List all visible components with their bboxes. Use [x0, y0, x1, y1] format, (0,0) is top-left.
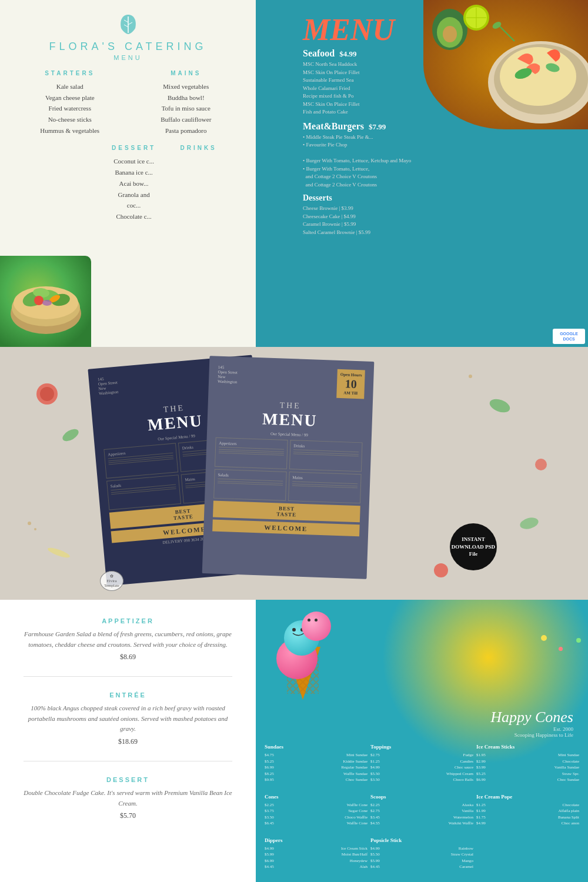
teal-menu-title: MENU: [303, 15, 576, 45]
svg-point-35: [28, 522, 31, 525]
floras-starters-label: STARTERS: [15, 70, 125, 76]
floras-starter-1: Kale salad: [15, 81, 125, 92]
teal-desserts-label: Desserts: [303, 193, 332, 202]
sundae-item-4: $8.25Waffle Sundae: [265, 771, 368, 777]
cone-item-3: $3.50Choco Waffle: [265, 814, 368, 821]
sundae-item-1: $4.75Mini Sundae: [265, 752, 368, 759]
svg-point-33: [434, 563, 448, 577]
entree-section: ENTRÉE 100% black Angus chopped steak co…: [24, 691, 232, 746]
happy-cones-title: Happy Cones: [265, 709, 579, 726]
floras-dessert-2: Banana ice c...: [112, 167, 156, 178]
floras-leaf-icon: [15, 12, 241, 38]
dippers-label: Dippers: [265, 837, 368, 843]
cones-label: Cones: [265, 794, 368, 800]
appetizer-card: APPETIZER Farmhouse Garden Salad a blend…: [0, 600, 256, 882]
floras-drinks-label: DRINKS: [156, 145, 241, 151]
svg-point-36: [34, 528, 36, 530]
teal-burgers-price: $7.99: [369, 122, 386, 132]
topping-item-4: $5.50Whipped Cream: [370, 771, 473, 777]
bottom-middle-row: APPETIZER Farmhouse Garden Salad a blend…: [0, 600, 588, 882]
dipper-item-1: $4.99Ice Cream Stick: [265, 846, 368, 852]
teal-seafood-items: MSC North Sea Haddock MSC Skin On Plaice…: [303, 61, 576, 116]
scoop-item-3: $3.45Watermelon: [370, 814, 473, 821]
scoop-item-4: $4.55Waikiki Waffle: [370, 820, 473, 827]
teal-seafood-label: Seafood: [303, 48, 335, 59]
popsicle-item-4: $4.45Caramel: [370, 864, 473, 870]
svg-point-34: [535, 459, 547, 470]
floras-main-4: Buffalo cauliflower: [131, 114, 242, 125]
template-box-r3: Salads: [213, 469, 287, 501]
template-header-right: 145Open StreetNewWashington Open Hours10…: [217, 365, 365, 399]
stick-item-5: $6.99Choc Sundae: [476, 777, 579, 783]
template-address-right: 145Open StreetNewWashington: [218, 365, 238, 385]
floras-main-5: Pasta pomadoro: [131, 125, 242, 136]
template-open-hours-right: Open Hours10AM Till: [336, 369, 365, 399]
dessert-desc: Double Chocolate Fudge Cake. It's served…: [24, 788, 232, 808]
floras-main-2: Buddha bowl!: [131, 92, 242, 103]
teal-burger-items: • Middle Steak Pie Steak Pie &... • Favo…: [303, 133, 576, 189]
teal-burgers-section: Meat&Burgers $7.99 • Middle Steak Pie St…: [303, 121, 576, 189]
teal-seafood-price: $4.99: [339, 49, 356, 59]
svg-point-29: [40, 387, 54, 401]
stick-item-1: $1.95Mini Sundae: [476, 752, 579, 759]
template-best-taste-right: BESTTASTE: [213, 501, 360, 523]
popsicle-item-1: $4.99Rainbow: [370, 846, 473, 852]
template-box-r2: Drinks: [289, 440, 363, 472]
stick-item-3: $3.99Vanilla Sundae: [476, 764, 579, 771]
happy-cones-menu: Sundaes $4.75Mini Sundae $5.25Kiddie Sun…: [265, 744, 579, 870]
toppings-col: Toppings $2.75Fudge $1.25Candies $4.99Ch…: [370, 744, 473, 870]
floras-subtitle: MENU: [15, 54, 241, 61]
sundae-item-5: $9.95Choc Sundae: [265, 777, 368, 783]
svg-point-38: [46, 546, 71, 559]
floras-starter-4: No-cheese sticks: [15, 114, 125, 125]
floras-mains-section: MAINS Mixed vegetables Buddha bowl! Tofu…: [131, 70, 242, 136]
scoop-item-2: $2.75Vanilla: [370, 808, 473, 814]
floras-mains-label: MAINS: [131, 70, 242, 76]
dessert-section: DESSERT Double Chocolate Fudge Cake. It'…: [24, 776, 232, 820]
pope-item-3: $1.75Banana Split: [476, 814, 579, 821]
teal-menu-card: MENU Seafood $4.99 MSC North Sea Haddock…: [256, 0, 588, 347]
appetizer-section: APPETIZER Farmhouse Garden Salad a blend…: [24, 617, 232, 662]
svg-point-30: [61, 427, 81, 444]
happy-cones-tagline: Scooping Happiness to Life: [265, 732, 579, 738]
instant-download-badge: INSTANT DOWNLOAD PSD File: [450, 523, 497, 570]
stick-item-4: $5.25Straw Spr.: [476, 771, 579, 777]
entree-price: $18.69: [24, 737, 232, 746]
dessert-price: $5.70: [24, 811, 232, 820]
teal-desserts-section: Desserts Cheese Brownie | $3.99 Cheeseca…: [303, 193, 576, 236]
elvira-logo: ✿ElviraTemplate: [100, 571, 123, 591]
ice-cream-graphic: [268, 606, 338, 700]
dessert-label: DESSERT: [24, 776, 232, 783]
floras-starter-3: Fried watercress: [15, 103, 125, 114]
svg-point-11: [34, 296, 44, 305]
template-box-r4: Mains: [288, 472, 362, 503]
template-welcome-right: WELCOME: [212, 520, 360, 537]
appetizer-label: APPETIZER: [24, 617, 232, 624]
floras-starter-5: Hummus & vegetables: [15, 125, 125, 136]
google-docs-label: GOOGLEDOCS: [560, 332, 578, 341]
dipper-item-4: $4.45Alah: [265, 864, 368, 870]
dipper-item-3: $6.99Honeydew: [265, 858, 368, 864]
floras-dessert-4: Granola and coc...: [112, 189, 156, 211]
template-address: 145Open StreetNewWashington: [98, 376, 119, 396]
sundaes-col: Sundaes $4.75Mini Sundae $5.25Kiddie Sun…: [265, 744, 368, 870]
floras-dessert-drinks: DESSERT Coconut ice c... Banana ice c...…: [15, 145, 241, 222]
entree-label: ENTRÉE: [24, 691, 232, 699]
floras-dessert-3: Acai bow...: [112, 178, 156, 189]
happy-cones-card: Happy Cones Est. 2000 Scooping Happiness…: [256, 600, 588, 882]
menu-templates-section: 145Open StreetNewWashington Open Hours10…: [0, 347, 588, 600]
floras-starters-section: STARTERS Kale salad Vegan cheese plate F…: [15, 70, 125, 136]
ice-cream-sticks-col: Ice Cream Sticks $1.95Mini Sundae $2.99C…: [476, 744, 579, 870]
appetizer-divider-2: [24, 761, 232, 761]
menu-template-right: 145Open StreetNewWashington Open Hours10…: [202, 356, 375, 579]
ice-cream-pope-label: Ice Cream Pope: [476, 794, 579, 800]
svg-point-37: [469, 375, 472, 378]
topping-item-3: $4.99Choc sauce: [370, 764, 473, 771]
popsicle-item-3: $5.99Mango: [370, 858, 473, 864]
ice-cream-sticks-label: Ice Cream Sticks: [476, 744, 579, 750]
instant-download-text: INSTANT DOWNLOAD PSD File: [450, 536, 497, 558]
entree-desc: 100% black Angus chopped steak covered i…: [24, 703, 232, 734]
dipper-item-2: $5.99Moist Bun/Half: [265, 851, 368, 858]
pope-item-1: $1.25Chocolate: [476, 802, 579, 808]
happy-cones-est: Est. 2000: [265, 726, 579, 732]
